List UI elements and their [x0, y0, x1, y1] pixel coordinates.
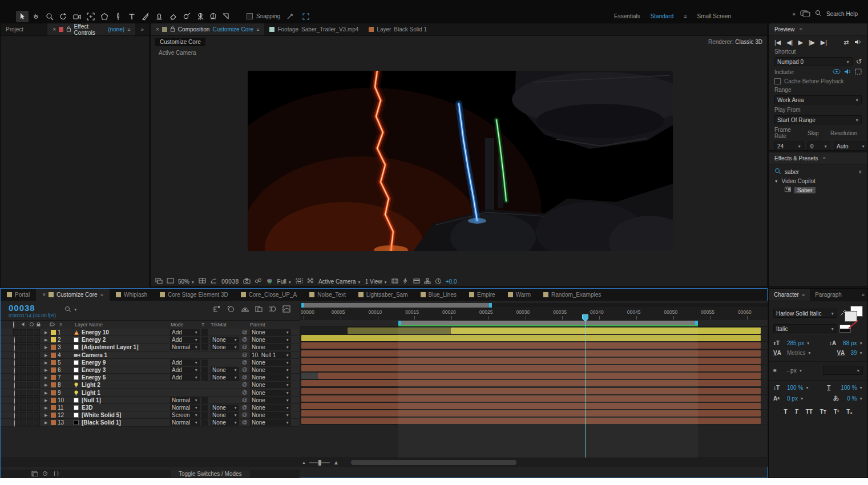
- solo-toggle[interactable]: [27, 329, 33, 336]
- motion-blur-icon[interactable]: [269, 305, 277, 314]
- shortcut-dropdown[interactable]: Numpad 0▼: [774, 57, 853, 66]
- layer-name[interactable]: Camera 1: [82, 352, 107, 358]
- layer-duration-bar[interactable]: [301, 365, 761, 371]
- tab-layer[interactable]: LayerBlack Solid 1: [364, 23, 432, 35]
- tracking-value[interactable]: 39: [850, 350, 857, 356]
- composition-viewer[interactable]: [248, 71, 673, 251]
- current-frame[interactable]: 00038 0:00:01:14 (24.00 fps): [9, 303, 56, 318]
- trkmat-dropdown[interactable]: None▼: [211, 412, 239, 418]
- pixel-aspect-icon[interactable]: [391, 278, 398, 285]
- include-video-icon[interactable]: [833, 69, 841, 75]
- snap-bounds-icon[interactable]: [300, 11, 312, 22]
- work-area-bar[interactable]: [398, 321, 698, 325]
- layer-row[interactable]: ▶10[Null 1]Normal▼@None▼: [1, 397, 300, 404]
- subscript-toggle[interactable]: T₁: [846, 409, 852, 415]
- layer-name[interactable]: Light 2: [82, 382, 100, 388]
- set-bw-swatch[interactable]: [839, 325, 851, 333]
- clone-stamp-tool[interactable]: [153, 11, 165, 22]
- zoom-tool[interactable]: [43, 11, 56, 22]
- video-toggle[interactable]: [13, 382, 19, 388]
- parent-dropdown[interactable]: None▼: [250, 344, 291, 350]
- expand-inout-pane-icon[interactable]: [31, 471, 38, 478]
- pen-tool[interactable]: [112, 11, 124, 22]
- parent-pickwhip-icon[interactable]: @: [242, 329, 247, 335]
- tab-overflow-icon[interactable]: »: [135, 23, 149, 35]
- layer-name[interactable]: [Null 1]: [82, 397, 101, 403]
- hand-tool[interactable]: [30, 11, 42, 22]
- panel-menu-icon[interactable]: ≡: [800, 26, 802, 32]
- audio-toggle[interactable]: [20, 359, 26, 366]
- layer-name[interactable]: Light 1: [82, 390, 100, 396]
- label-color-chip[interactable]: [51, 330, 56, 335]
- video-toggle[interactable]: [13, 397, 19, 403]
- frame-blend-icon[interactable]: [255, 305, 263, 314]
- tab-composition[interactable]: ×CompositionCustomize Core≡: [151, 23, 264, 35]
- trkmat-dropdown[interactable]: None▼: [211, 419, 239, 426]
- layer-duration-bar[interactable]: [301, 380, 761, 386]
- skip-dropdown[interactable]: 0▼: [808, 142, 830, 151]
- search-help[interactable]: » Search Help: [792, 10, 858, 18]
- font-style-dropdown[interactable]: Italic▼: [773, 324, 837, 333]
- preview-header[interactable]: Preview≡: [769, 23, 867, 35]
- layer-name[interactable]: Energy 10: [82, 329, 109, 336]
- audio-toggle[interactable]: [20, 412, 26, 418]
- expand-arrow-icon[interactable]: ▶: [45, 421, 47, 425]
- parent-pickwhip-icon[interactable]: @: [242, 390, 247, 395]
- fast-previews-icon[interactable]: [402, 278, 409, 285]
- video-toggle[interactable]: [13, 352, 19, 358]
- solo-toggle[interactable]: [27, 374, 33, 381]
- layer-row[interactable]: ▶12[White Solid 5]Screen▼None▼@None▼: [1, 411, 300, 419]
- font-family-dropdown[interactable]: Harlow Solid Italic▼: [773, 309, 837, 318]
- work-area-end-handle[interactable]: [695, 321, 698, 325]
- preserve-transparency-toggle[interactable]: [201, 419, 208, 426]
- timeline-tab-whiplash[interactable]: Whiplash: [110, 289, 154, 301]
- video-toggle[interactable]: [13, 374, 19, 381]
- parent-pickwhip-icon[interactable]: @: [242, 412, 247, 418]
- parent-dropdown[interactable]: None▼: [250, 359, 291, 366]
- layer-name[interactable]: [White Solid 5]: [82, 412, 121, 418]
- grid-guides-icon[interactable]: [199, 278, 206, 285]
- timeline-zoom-control[interactable]: ▲ ▲: [302, 459, 339, 466]
- parent-pickwhip-icon[interactable]: @: [242, 374, 247, 380]
- label-color-chip[interactable]: [51, 420, 56, 425]
- draft-3d-icon[interactable]: [227, 305, 235, 314]
- parent-pickwhip-icon[interactable]: @: [242, 344, 247, 350]
- mode-dropdown[interactable]: Normal▼: [170, 419, 200, 426]
- workspace-standard[interactable]: Standard: [651, 13, 674, 19]
- layer-row[interactable]: ▶4Camera 1@10. Null 1▼: [1, 351, 300, 359]
- cache-checkbox[interactable]: [774, 78, 781, 84]
- preserve-transparency-toggle[interactable]: [201, 367, 208, 373]
- video-toggle[interactable]: [13, 419, 19, 426]
- preserve-transparency-toggle[interactable]: [201, 337, 208, 343]
- lock-toggle[interactable]: [34, 367, 40, 373]
- label-color-chip[interactable]: [51, 353, 56, 358]
- video-toggle[interactable]: [13, 390, 19, 396]
- workspace-essentials[interactable]: Essentials: [614, 13, 640, 19]
- lock-toggle[interactable]: [34, 382, 40, 388]
- video-toggle[interactable]: [13, 337, 19, 343]
- layer-row[interactable]: ▶5Energy 9Add▼@None▼: [1, 359, 300, 366]
- parent-dropdown[interactable]: None▼: [250, 367, 291, 373]
- timeline-tab-empire[interactable]: Empire: [463, 289, 502, 301]
- layer-duration-bar[interactable]: [348, 328, 451, 334]
- parent-dropdown[interactable]: None▼: [250, 405, 291, 411]
- expand-arrow-icon[interactable]: ▶: [45, 383, 47, 387]
- kerning-value[interactable]: Metrics: [787, 350, 805, 356]
- layer-name[interactable]: Energy 9: [82, 359, 106, 366]
- exposure-icon[interactable]: [435, 278, 442, 286]
- trkmat-dropdown[interactable]: None▼: [211, 367, 239, 373]
- effects-item-label[interactable]: Saber: [794, 187, 815, 193]
- parent-dropdown[interactable]: 10. Null 1▼: [250, 352, 291, 358]
- close-icon[interactable]: ×: [53, 26, 56, 33]
- layer-row[interactable]: ▶2Energy 2Add▼None▼@None▼: [1, 336, 300, 343]
- panel-menu-icon[interactable]: ≡: [802, 292, 805, 298]
- parent-dropdown[interactable]: None▼: [250, 382, 291, 388]
- layer-duration-bar[interactable]: [301, 335, 761, 341]
- layer-name[interactable]: Energy 3: [82, 367, 106, 373]
- vertical-scale-value[interactable]: 100 %: [787, 385, 803, 391]
- workspace-small-screen[interactable]: Small Screen: [697, 13, 731, 19]
- trkmat-dropdown[interactable]: None▼: [211, 405, 239, 411]
- mode-dropdown[interactable]: Add▼: [170, 337, 200, 343]
- layer-duration-bar[interactable]: [301, 388, 761, 394]
- close-icon[interactable]: ×: [42, 292, 46, 298]
